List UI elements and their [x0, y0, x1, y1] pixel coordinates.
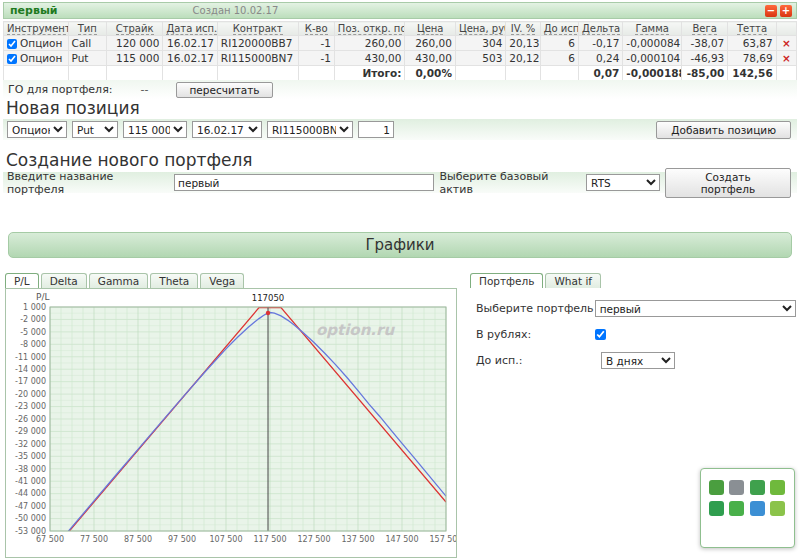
col-header-2[interactable]: Тип — [68, 22, 106, 36]
contract-select[interactable]: RI115000BN7 — [267, 121, 353, 138]
col-sort-link[interactable]: Цена, руб. — [459, 23, 506, 35]
svg-text:-23 000: -23 000 — [15, 402, 46, 411]
tray-icon-5[interactable] — [709, 501, 724, 516]
delete-position-icon[interactable]: × — [782, 52, 791, 64]
tray-icon-8[interactable] — [770, 501, 785, 516]
totals-cell-13: -85,00 — [681, 66, 727, 81]
cell-qty: -1 — [298, 51, 334, 66]
base-asset-select[interactable]: RTS — [586, 174, 660, 191]
col-header-7[interactable]: Поз. откр. по — [334, 22, 405, 36]
portfolio-name-label: Введите название портфеля — [7, 170, 169, 196]
col-sort-link[interactable]: Контракт — [233, 23, 283, 35]
col-sort-link[interactable]: Поз. откр. по — [338, 23, 405, 35]
rubles-checkbox[interactable] — [595, 329, 606, 340]
collapse-icon[interactable]: − — [765, 5, 777, 17]
col-sort-link[interactable]: Страйк — [116, 23, 154, 35]
col-header-5[interactable]: Контракт — [217, 22, 298, 36]
col-header-1[interactable]: Инструмент — [4, 22, 69, 36]
col-sort-link[interactable]: Вега — [692, 23, 716, 35]
totals-cell-10 — [540, 66, 578, 81]
col-sort-link[interactable]: Цена — [417, 23, 444, 35]
portfolio-name-input[interactable] — [174, 174, 434, 191]
new-portfolio-heading: Создание нового портфеля — [6, 150, 252, 170]
cell-vega: -38,07 — [681, 36, 727, 51]
cell-contract: RI115000BN7 — [217, 51, 298, 66]
col-header-9[interactable]: Цена, руб. — [455, 22, 505, 36]
delete-position-icon[interactable]: × — [782, 37, 791, 49]
tab-theta[interactable]: Theta — [150, 273, 198, 288]
tray-icon-1[interactable] — [709, 480, 724, 495]
svg-text:-44 000: -44 000 — [15, 489, 46, 498]
position-enabled-checkbox[interactable] — [7, 54, 17, 64]
svg-text:-41 000: -41 000 — [15, 477, 46, 486]
portfolio-title: первый — [4, 4, 58, 17]
totals-cell-8 — [455, 66, 505, 81]
portfolio-select[interactable]: первый — [595, 300, 796, 317]
add-portfolio-icon[interactable]: + — [780, 5, 792, 17]
tab--[interactable]: Портфель — [470, 273, 543, 288]
strike-select[interactable]: 115 000 — [123, 121, 187, 138]
totals-cell-12: -0,000188 — [623, 66, 682, 81]
totals-cell-9 — [506, 66, 540, 81]
totals-cell-15 — [776, 66, 796, 81]
portfolio-panel-tabs: ПортфельWhat if — [470, 271, 796, 288]
create-portfolio-button[interactable]: Создать портфель — [665, 168, 791, 198]
svg-text:-35 000: -35 000 — [15, 452, 46, 461]
quantity-input[interactable] — [358, 121, 394, 138]
tray-icon-6[interactable] — [729, 501, 744, 516]
col-sort-link[interactable]: Тип — [78, 23, 97, 35]
add-position-button[interactable]: Добавить позицию — [656, 121, 791, 139]
col-sort-link[interactable]: Дата исп. — [166, 23, 217, 35]
tab-delta[interactable]: Delta — [41, 273, 87, 288]
position-type-select[interactable]: Опцион — [7, 121, 67, 138]
watermark: option.ru — [316, 321, 395, 339]
positions-header-row: ИнструментТипСтрайкДата исп.КонтрактК-во… — [4, 22, 797, 36]
option-side-select[interactable]: Put — [72, 121, 118, 138]
col-header-12[interactable]: Дельта — [578, 22, 622, 36]
tray-icon-7[interactable] — [750, 501, 765, 516]
cell-days: 6 — [540, 36, 578, 51]
col-header-8[interactable]: Цена — [405, 22, 455, 36]
portfolio-select-row: Выберите портфель первый — [476, 300, 796, 317]
tray-icon-3[interactable] — [750, 480, 765, 495]
col-sort-link[interactable]: IV. % — [511, 23, 535, 35]
col-header-15[interactable]: Тетта — [728, 22, 776, 36]
svg-text:-26 000: -26 000 — [15, 415, 46, 424]
col-sort-link[interactable]: Инструмент — [7, 23, 68, 35]
col-sort-link[interactable]: Тетта — [737, 23, 767, 35]
col-header-10[interactable]: IV. % — [506, 22, 540, 36]
svg-text:147 500: 147 500 — [385, 535, 418, 544]
col-sort-link[interactable]: До исп. — [544, 23, 579, 35]
svg-text:-11 000: -11 000 — [15, 353, 46, 362]
tray-icon-4[interactable] — [770, 480, 785, 495]
col-sort-link[interactable]: Дельта — [582, 23, 620, 35]
cell-actions: × — [776, 36, 796, 51]
days-mode-select[interactable]: В днях — [601, 352, 675, 369]
tab-gamma[interactable]: Gamma — [89, 273, 148, 288]
base-asset-label: Выберите базовый актив — [439, 170, 581, 196]
col-header-14[interactable]: Вега — [681, 22, 727, 36]
col-header-13[interactable]: Гамма — [623, 22, 682, 36]
totals-cell-1 — [68, 66, 106, 81]
col-header-11[interactable]: До исп. — [540, 22, 578, 36]
recalc-button[interactable]: пересчитать — [176, 82, 272, 98]
col-sort-link[interactable]: К-во — [305, 23, 328, 35]
tab-p-l[interactable]: P/L — [5, 273, 39, 288]
cell-iv: 20,13 — [506, 36, 540, 51]
col-header-6[interactable]: К-во — [298, 22, 334, 36]
exp-date-select[interactable]: 16.02.17 — [192, 121, 262, 138]
col-header-4[interactable]: Дата исп. — [163, 22, 217, 36]
tray-icon-2[interactable] — [729, 480, 744, 495]
totals-cell-2 — [106, 66, 162, 81]
col-header-3[interactable]: Страйк — [106, 22, 162, 36]
cell-price: 260,00 — [405, 36, 455, 51]
tab-what-if[interactable]: What if — [545, 273, 601, 288]
cell-contract: RI120000BB7 — [217, 36, 298, 51]
position-enabled-checkbox[interactable] — [7, 39, 17, 49]
svg-text:-32 000: -32 000 — [15, 440, 46, 449]
cell-price_rub: 503 — [455, 51, 505, 66]
col-sort-link[interactable]: Гамма — [635, 23, 668, 35]
svg-text:-20 000: -20 000 — [15, 390, 46, 399]
y-axis-label: P/L — [36, 292, 49, 302]
tab-vega[interactable]: Vega — [200, 273, 244, 288]
